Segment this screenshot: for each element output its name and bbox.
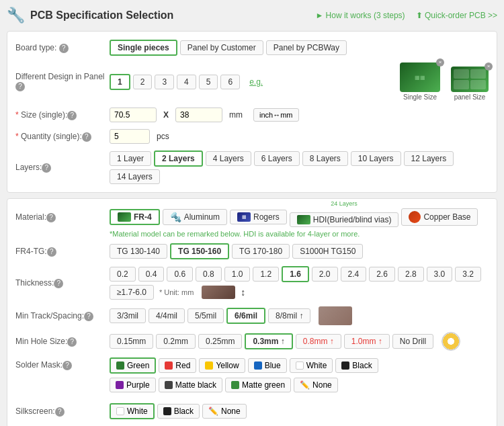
thick-0.8[interactable]: 0.8 <box>196 267 222 282</box>
solder-green[interactable]: Green <box>110 357 156 374</box>
spec-section: Material:? FR-4 🔩 Aluminum ▦ Rogers 24 L… <box>7 198 497 426</box>
solder-mask-label: Solder Mask:? <box>15 357 110 370</box>
track-5[interactable]: 5/5mil <box>187 308 224 323</box>
fr4tg-help[interactable]: ? <box>47 247 56 257</box>
layer-1[interactable]: 1 Layer <box>110 151 151 166</box>
thick-3.0[interactable]: 3.0 <box>427 267 453 282</box>
size-width-input[interactable] <box>110 108 157 122</box>
silk-black[interactable]: Black <box>157 404 200 419</box>
quantity-help[interactable]: ? <box>82 132 91 142</box>
quantity-input[interactable] <box>110 129 150 144</box>
board-type-help[interactable]: ? <box>59 44 69 53</box>
size-unit: mm <box>229 110 243 120</box>
rogers-icon: ▦ <box>237 212 251 222</box>
solder-purple-dot <box>116 381 124 389</box>
design-3[interactable]: 3 <box>155 75 174 89</box>
thick-1.6[interactable]: 1.6 <box>282 266 309 282</box>
size-help[interactable]: ? <box>67 111 77 120</box>
solder-mask-help[interactable]: ? <box>62 361 72 370</box>
solder-matte-green[interactable]: Matte green <box>225 378 291 392</box>
layer-14[interactable]: 14 Layers <box>110 169 160 184</box>
thick-0.4[interactable]: 0.4 <box>138 267 165 282</box>
hole-0.25[interactable]: 0.25mm <box>198 334 242 349</box>
hdi-icon <box>297 215 310 224</box>
material-rogers[interactable]: ▦ Rogers <box>230 210 287 224</box>
hole-1.0[interactable]: 1.0mm ↑ <box>344 334 390 349</box>
layer-12[interactable]: 12 Layers <box>404 151 454 166</box>
track-img <box>319 306 352 325</box>
solder-black[interactable]: Black <box>335 358 378 373</box>
solder-mask-row: Solder Mask:? Green Red Yellow <box>15 357 489 396</box>
material-note-row: *Material model can be remarked below. H… <box>15 230 489 238</box>
quick-order-link[interactable]: ⬆ Quick-order PCB >> <box>416 11 497 20</box>
thickness-help[interactable]: ? <box>54 279 63 288</box>
different-design-help[interactable]: ? <box>15 82 25 91</box>
quantity-label: * Quantity (single):? <box>15 132 110 142</box>
hole-no-drill[interactable]: No Drill <box>392 334 433 349</box>
track-3[interactable]: 3/3mil <box>110 308 146 323</box>
layer-6[interactable]: 6 Layers <box>254 151 300 166</box>
track-8[interactable]: 8/8mil ↑ <box>268 308 310 323</box>
layer-4[interactable]: 4 Layers <box>206 151 251 166</box>
thick-2.4[interactable]: 2.4 <box>341 267 367 282</box>
board-type-panel-customer[interactable]: Panel by Customer <box>180 40 263 55</box>
design-5[interactable]: 5 <box>199 75 218 89</box>
design-4[interactable]: 4 <box>177 75 196 89</box>
min-hole-row: Min Hole Size:? 0.15mm 0.2mm 0.25mm 0.3m… <box>15 332 489 351</box>
tg-150[interactable]: TG 150-160 <box>170 243 229 259</box>
material-help[interactable]: ? <box>46 213 56 222</box>
track-4[interactable]: 4/4mil <box>149 308 185 323</box>
hole-0.2[interactable]: 0.2mm <box>156 334 196 349</box>
solder-yellow[interactable]: Yellow <box>199 358 245 373</box>
design-1[interactable]: 1 <box>110 74 130 90</box>
tg-170[interactable]: TG 170-180 <box>232 244 290 259</box>
unit-convert-btn[interactable]: inch↔mm <box>253 108 299 122</box>
hole-0.3[interactable]: 0.3mm ↑ <box>245 333 292 349</box>
silk-none[interactable]: ✏️ None <box>202 404 247 419</box>
layers-help[interactable]: ? <box>42 163 51 173</box>
solder-white[interactable]: White <box>290 358 333 373</box>
eg-link[interactable]: e.g. <box>249 77 263 87</box>
thick-3.2[interactable]: 3.2 <box>455 267 481 282</box>
design-2[interactable]: 2 <box>133 75 153 89</box>
track-6[interactable]: 6/6mil <box>226 308 265 324</box>
silkscreen-help[interactable]: ? <box>55 407 65 417</box>
thick-1.0[interactable]: 1.0 <box>224 267 251 282</box>
tg-130[interactable]: TG 130-140 <box>110 244 167 259</box>
fr4-icon <box>118 212 131 222</box>
solder-purple[interactable]: Purple <box>110 378 156 392</box>
how-it-works-link[interactable]: ► How it works (3 steps) <box>315 11 405 20</box>
min-track-label: Min Track/Spacing:? <box>15 311 110 321</box>
board-type-single[interactable]: Single pieces <box>110 40 177 56</box>
design-6[interactable]: 6 <box>220 75 240 89</box>
tg-s1000[interactable]: S1000H TG150 <box>292 244 363 259</box>
layer-2[interactable]: 2 Layers <box>154 151 203 167</box>
material-aluminum[interactable]: 🔩 Aluminum <box>163 209 227 225</box>
thick-2.6[interactable]: 2.6 <box>369 267 395 282</box>
thick-0.6[interactable]: 0.6 <box>167 267 193 282</box>
material-label: Material:? <box>15 212 110 222</box>
solder-matte-black[interactable]: Matte black <box>159 378 222 392</box>
hole-0.15[interactable]: 0.15mm <box>110 334 153 349</box>
layer-10[interactable]: 10 Layers <box>351 151 401 166</box>
thick-custom[interactable]: ≥1.7-6.0 <box>110 285 154 300</box>
layer-8[interactable]: 8 Layers <box>302 151 348 166</box>
thick-1.2[interactable]: 1.2 <box>253 267 279 282</box>
silk-white[interactable]: White <box>110 403 155 419</box>
solder-blue[interactable]: Blue <box>248 358 287 373</box>
thick-2.8[interactable]: 2.8 <box>398 267 424 282</box>
thick-2.0[interactable]: 2.0 <box>312 267 338 282</box>
solder-red[interactable]: Red <box>159 358 196 373</box>
min-track-help[interactable]: ? <box>84 312 93 321</box>
pcb-icon: 🔧 <box>7 7 25 24</box>
x-separator: X <box>163 110 169 120</box>
board-type-panel-pcbway[interactable]: Panel by PCBWay <box>266 40 347 55</box>
min-hole-help[interactable]: ? <box>67 337 77 347</box>
hole-0.8[interactable]: 0.8mm ↑ <box>296 334 341 349</box>
material-fr4[interactable]: FR-4 <box>110 209 160 225</box>
size-height-input[interactable] <box>175 108 222 122</box>
thick-0.2[interactable]: 0.2 <box>110 267 136 282</box>
material-hdi[interactable]: HDI(Buried/blind vias) <box>290 212 399 227</box>
material-copper[interactable]: Copper Base <box>401 208 478 226</box>
solder-none[interactable]: ✏️ None <box>294 378 338 392</box>
